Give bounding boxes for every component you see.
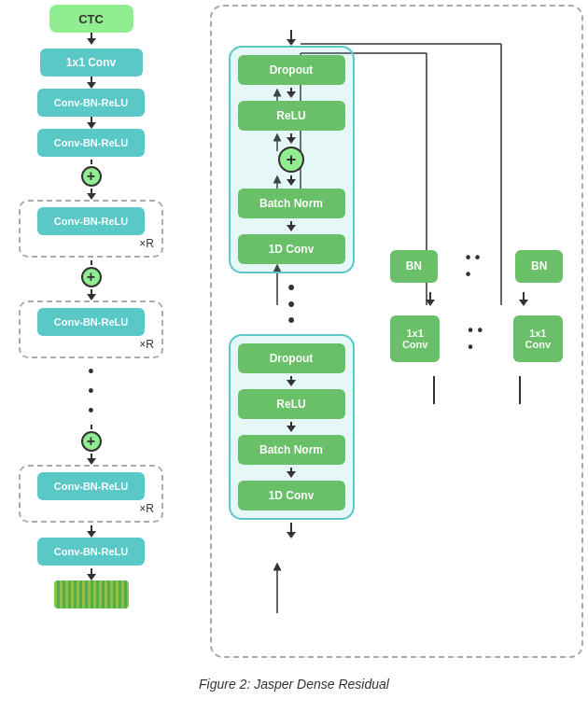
relu-top: ReLU	[238, 101, 345, 131]
side-arrows	[390, 292, 563, 306]
arrow-line	[91, 425, 92, 429]
dashed-box-2: Conv-BN-ReLU ×R	[19, 301, 163, 358]
arrowhead	[287, 179, 296, 186]
conv-row: 1x1Conv • • • 1x1Conv	[390, 315, 563, 362]
arrow-head	[87, 294, 96, 301]
dots-horizontal: • • •	[466, 249, 488, 283]
vline	[519, 376, 521, 404]
top-sub-block: Dropout ReLU +	[229, 46, 355, 273]
arrow-line	[91, 160, 92, 164]
main-container: CTC 1x1 Conv Conv-BN-ReLU Conv-BN-ReLU	[0, 0, 588, 713]
arrow-up-col-2	[519, 376, 521, 404]
vline	[433, 376, 435, 404]
arrow-head	[87, 82, 96, 89]
arrow-head	[87, 38, 96, 45]
arrow-in-top	[287, 30, 296, 46]
arrowhead	[287, 225, 296, 231]
arrow-head	[87, 531, 96, 538]
ctc-block: CTC	[49, 5, 133, 33]
arrowhead	[287, 137, 296, 144]
side-blocks-area: BN • • • BN	[390, 249, 563, 404]
dashed-box-1: Conv-BN-ReLU ×R	[19, 200, 163, 258]
conv-bn-relu-group3: Conv-BN-ReLU	[37, 472, 145, 500]
arrow-head	[87, 574, 96, 580]
right-dashed-container: Dropout ReLU +	[210, 5, 583, 658]
arrow-col-2	[519, 292, 528, 306]
vline	[429, 292, 431, 300]
arrow-col-1	[426, 292, 435, 306]
plus-circle: +	[81, 166, 102, 187]
plus-circle-2: +	[81, 267, 102, 287]
caption-text: Jasper Dense Residual	[254, 677, 389, 692]
conv11-block: 1x1 Conv	[40, 49, 143, 77]
bn-block-2: BN	[515, 250, 563, 283]
arrow-up-col-1	[433, 376, 435, 404]
bn-block-1: BN	[390, 250, 438, 283]
vline	[290, 523, 292, 532]
bn-row: BN • • • BN	[390, 249, 563, 283]
dots-between: •••	[287, 279, 295, 329]
conv1d-top: 1D Conv	[238, 234, 345, 264]
arrow-head	[87, 122, 96, 129]
dropout-top: Dropout	[238, 55, 345, 85]
dropout-bottom: Dropout	[238, 343, 345, 373]
plus-node-top: +	[278, 147, 304, 173]
xr-label-2: ×R	[139, 338, 154, 351]
xr-label-1: ×R	[139, 237, 154, 250]
dots-horizontal-2: • • •	[468, 322, 484, 356]
arrowhead	[426, 300, 435, 306]
conv11-side-1: 1x1Conv	[390, 315, 440, 362]
batch-norm-top: Batch Norm	[238, 189, 345, 218]
conv-bn-relu-group2: Conv-BN-ReLU	[37, 308, 145, 336]
arrowhead	[287, 91, 296, 98]
bottom-sub-block: Dropout ReLU Batch Norm	[229, 334, 355, 520]
plus-circle-3: +	[81, 431, 102, 452]
diagram-area: CTC 1x1 Conv Conv-BN-ReLU Conv-BN-ReLU	[0, 0, 588, 672]
dashed-box-3: Conv-BN-ReLU ×R	[19, 465, 163, 523]
conv1d-bottom: 1D Conv	[238, 481, 345, 510]
bottom-arrow-in	[287, 523, 296, 538]
arrow-head	[87, 458, 96, 465]
batch-norm-bottom: Batch Norm	[238, 435, 345, 465]
arrowhead	[287, 471, 296, 478]
right-main-col: Dropout ReLU +	[226, 25, 357, 538]
vertical-dots: •••	[88, 362, 93, 421]
conv-bn-relu-2: Conv-BN-ReLU	[37, 129, 145, 157]
arrowhead	[519, 300, 528, 306]
side-arrows-up	[390, 376, 563, 404]
arrow-head	[87, 193, 96, 200]
arrow-line	[91, 260, 92, 265]
input-feature	[54, 580, 129, 608]
left-column: CTC 1x1 Conv Conv-BN-ReLU Conv-BN-ReLU	[9, 0, 173, 663]
relu-bottom: ReLU	[238, 389, 345, 419]
conv-bn-relu-bottom: Conv-BN-ReLU	[37, 538, 145, 566]
arrowhead	[287, 532, 296, 538]
arrowhead	[287, 39, 296, 46]
conv-bn-relu-group1: Conv-BN-ReLU	[37, 207, 145, 235]
vline	[523, 292, 525, 300]
arrowhead	[287, 426, 296, 432]
vline	[290, 30, 292, 39]
arrowhead	[287, 380, 296, 386]
xr-label-3: ×R	[139, 502, 154, 515]
conv11-side-2: 1x1Conv	[513, 315, 563, 362]
caption-prefix: Figure 2:	[199, 677, 254, 692]
figure-caption: Figure 2: Jasper Dense Residual	[199, 677, 389, 692]
conv-bn-relu-top: Conv-BN-ReLU	[37, 89, 145, 117]
